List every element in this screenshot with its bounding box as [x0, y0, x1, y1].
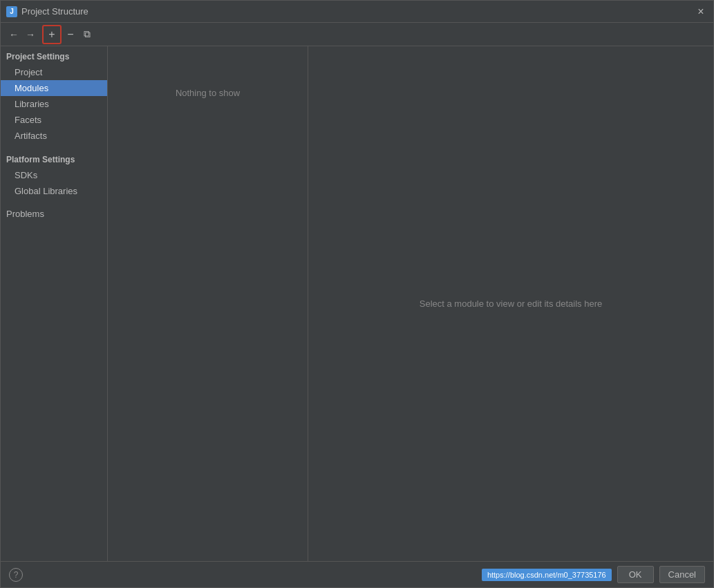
sidebar-item-global-libraries[interactable]: Global Libraries [1, 183, 107, 199]
right-panel: Select a module to view or edit its deta… [308, 46, 713, 561]
help-button[interactable]: ? [9, 568, 23, 582]
sidebar-item-modules[interactable]: Modules [1, 80, 107, 96]
title-bar: J Project Structure × [1, 1, 713, 23]
left-panel: Nothing to show [108, 46, 308, 561]
project-settings-header: Project Settings [1, 46, 107, 64]
app-icon: J [6, 6, 17, 17]
close-button[interactable]: × [694, 5, 708, 19]
sidebar-divider-1 [1, 144, 107, 149]
sidebar-item-facets[interactable]: Facets [1, 112, 107, 128]
cancel-button[interactable]: Cancel [659, 566, 705, 583]
remove-button[interactable]: − [63, 27, 78, 42]
sidebar-divider-2 [1, 199, 107, 205]
url-bar: https://blog.csdn.net/m0_37735176 [482, 569, 612, 581]
sidebar-item-libraries[interactable]: Libraries [1, 96, 107, 112]
back-button[interactable]: ← [6, 27, 21, 42]
sidebar: Project Settings Project Modules Librari… [1, 46, 108, 561]
sidebar-item-sdks[interactable]: SDKs [1, 167, 107, 183]
sidebar-item-problems[interactable]: Problems [1, 205, 107, 222]
platform-settings-header: Platform Settings [1, 149, 107, 167]
toolbar: ← → + − ⧉ [1, 23, 713, 46]
ok-button[interactable]: OK [617, 566, 654, 583]
main-content: Project Settings Project Modules Librari… [1, 46, 713, 561]
window-title: Project Structure [21, 6, 694, 17]
sidebar-item-project[interactable]: Project [1, 64, 107, 80]
footer: ? https://blog.csdn.net/m0_37735176 OK C… [1, 561, 713, 587]
copy-button[interactable]: ⧉ [79, 27, 95, 42]
panels-row: Nothing to show Select a module to view … [108, 46, 713, 561]
forward-button[interactable]: → [23, 27, 38, 42]
add-button[interactable]: + [42, 25, 62, 44]
select-module-message: Select a module to view or edit its deta… [420, 298, 602, 309]
sidebar-item-artifacts[interactable]: Artifacts [1, 128, 107, 144]
nothing-to-show-text: Nothing to show [176, 88, 240, 98]
footer-left: ? [9, 568, 23, 582]
main-window: J Project Structure × ← → + − ⧉ Project … [0, 0, 714, 588]
footer-right: https://blog.csdn.net/m0_37735176 OK Can… [482, 566, 705, 583]
